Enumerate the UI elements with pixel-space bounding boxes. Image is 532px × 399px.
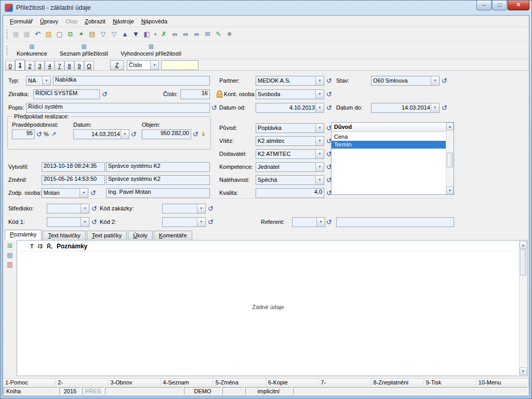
fkey-10[interactable]: 10-Menu — [476, 379, 529, 387]
toolbar-grip[interactable] — [5, 46, 8, 55]
typ-combo[interactable]: NA ▼ — [26, 76, 51, 86]
scroll-up-icon[interactable]: ▲ — [520, 241, 527, 249]
search-next-icon[interactable]: ∞ — [180, 29, 191, 39]
open-folder-icon[interactable]: ▧ — [43, 29, 54, 39]
referent-combo[interactable]: ▼ — [292, 217, 325, 227]
revert-icon[interactable]: ↺ — [325, 217, 333, 227]
chevron-down-icon[interactable]: ▼ — [197, 204, 205, 213]
fkey-4[interactable]: 4-Seznam — [161, 379, 214, 387]
revert-icon[interactable]: ↺ — [325, 89, 333, 99]
chevron-down-icon[interactable]: ▼ — [315, 124, 324, 132]
book-icon[interactable]: ▤ — [87, 29, 98, 39]
fkey-7[interactable]: 7- — [318, 379, 371, 387]
record-tab-1[interactable]: 1 — [15, 60, 25, 71]
scroll-down-icon[interactable]: ▼ — [520, 367, 527, 375]
revert-icon[interactable]: ↺ — [90, 204, 98, 214]
datum-do-picker[interactable]: 14.03.2014 ▼ — [371, 103, 440, 113]
chevron-down-icon[interactable]: ▼ — [431, 103, 439, 112]
chevron-down-icon[interactable]: ▼ — [315, 103, 324, 112]
revert-icon[interactable]: ↺ — [130, 129, 138, 139]
lock-record-icon[interactable]: ✦ — [76, 29, 87, 39]
revert-icon[interactable]: ↺ — [207, 217, 215, 227]
chevron-down-icon[interactable]: ▼ — [315, 90, 324, 99]
fkey-8[interactable]: 8-Zneplatnění — [371, 379, 423, 387]
list-item-cena[interactable]: Cena — [331, 133, 446, 141]
tab-ukoly[interactable]: Úkoly — [128, 231, 153, 240]
maximize-button[interactable]: □ — [492, 1, 507, 10]
tab-poznamky[interactable]: Poznámky — [5, 230, 42, 240]
typ-name-field[interactable]: Nabídka — [53, 76, 210, 86]
kompetence-combo[interactable]: Jednatel ▼ — [256, 162, 324, 172]
menu-upravy[interactable]: Úpravy — [36, 17, 62, 26]
predpoklad-datum-picker[interactable]: 14.03.2014 ▼ — [73, 129, 129, 139]
revert-icon[interactable]: ↺ — [192, 129, 200, 139]
next-record-icon[interactable]: ▼ — [130, 29, 141, 39]
puvod-combo[interactable]: Poptávka ▼ — [256, 123, 324, 133]
revert-icon[interactable]: ↺ — [210, 103, 218, 113]
z-button[interactable]: Z — [110, 60, 124, 70]
record-tab-2[interactable]: 2 — [25, 61, 35, 71]
notes-scrollbar[interactable]: ▲ ▼ — [519, 241, 527, 375]
vitez-combo[interactable]: K2 atmitec ▼ — [256, 136, 324, 146]
tab-komentare[interactable]: Komentáře — [154, 231, 192, 240]
pravdepodobnost-field[interactable]: 95 — [12, 129, 35, 139]
export-icon[interactable]: ✗ — [158, 29, 169, 39]
record-tab-3[interactable]: 3 — [35, 61, 45, 71]
toolbar-grip[interactable] — [5, 30, 8, 39]
scroll-up-icon[interactable]: ▲ — [446, 123, 454, 130]
kont-osoba-combo[interactable]: Svoboda ▼ — [256, 89, 324, 99]
tab-text-paticky[interactable]: Text patičky — [87, 231, 127, 240]
dodavatel-combo[interactable]: K2 ATMITEC ▼ — [256, 149, 324, 159]
new-record-icon[interactable]: ▢ — [54, 29, 65, 39]
revert-icon[interactable]: ↺ — [89, 188, 97, 198]
revert-icon[interactable]: ↺ — [441, 103, 448, 113]
chevron-down-icon[interactable]: ▼ — [81, 204, 89, 213]
datum-od-picker[interactable]: 4.10.2013 ▼ — [256, 103, 324, 113]
insert-note-icon[interactable]: ⊞ — [5, 242, 15, 250]
chevron-down-icon[interactable]: ▼ — [81, 218, 89, 227]
chevron-down-icon[interactable]: ▼ — [315, 150, 324, 158]
format-menu-arrow-icon[interactable]: ▾ — [152, 29, 158, 39]
nalehavost-combo[interactable]: Spěchá ▼ — [256, 175, 324, 185]
revert-icon[interactable]: ↺ — [325, 76, 333, 86]
duvod-scrollbar[interactable]: ▲ ▼ — [446, 123, 454, 194]
cislo-field[interactable]: 16 — [180, 89, 210, 99]
menu-formular[interactable]: Formulář — [6, 17, 36, 26]
menu-zobrazit[interactable]: Zobrazit — [81, 17, 109, 26]
stav-combo[interactable]: O60 Smlouva ▼ — [371, 76, 440, 86]
menu-nastroje[interactable]: Nástroje — [109, 17, 138, 26]
scrollbar-thumb[interactable] — [447, 153, 453, 167]
search-field-selector[interactable]: Číslo ▼ — [127, 60, 159, 70]
kvalita-field[interactable]: 4,0 — [256, 188, 324, 198]
list-item-termin-selected[interactable]: Termín — [331, 141, 446, 149]
chevron-down-icon[interactable]: ▼ — [79, 189, 88, 197]
seznam-prilezitosti-button[interactable]: ⊞ Seznam příležitostí — [54, 42, 114, 58]
filter-edit-icon[interactable]: ▽ — [109, 29, 119, 39]
mail-icon[interactable]: ✉ — [202, 29, 213, 39]
format-icon[interactable]: ◧ — [141, 29, 152, 39]
zodp-osoba-name-field[interactable]: Ing. Pavel Motan — [106, 188, 210, 198]
currency-tool-icon[interactable]: ⇓ — [200, 129, 207, 139]
search-select-icon[interactable]: ∞ — [191, 29, 202, 39]
list-icon[interactable]: ≡ — [224, 29, 235, 39]
fkey-3[interactable]: 3-Obnov — [108, 379, 161, 387]
record-tab-o[interactable]: O — [84, 61, 94, 71]
zodp-osoba-combo[interactable]: Motan ▼ — [42, 188, 88, 198]
chevron-down-icon[interactable]: ▼ — [315, 163, 324, 171]
chevron-down-icon[interactable]: ▼ — [150, 61, 158, 70]
kod2-combo[interactable]: ▼ — [162, 217, 206, 227]
note-text-icon[interactable]: ▤ — [5, 251, 15, 260]
chevron-down-icon[interactable]: ▼ — [121, 130, 129, 139]
chevron-down-icon[interactable]: ▼ — [315, 176, 324, 184]
partner-combo[interactable]: MEDOK A.S. ▼ — [256, 76, 324, 86]
konkurence-button[interactable]: ⊞ Konkurence — [11, 42, 53, 58]
copy-record-icon[interactable]: ⧉ — [65, 29, 76, 39]
minimize-button[interactable]: – — [476, 1, 491, 10]
revert-icon[interactable]: ↺ — [325, 103, 333, 113]
revert-icon[interactable]: ↺ — [441, 76, 448, 86]
duvod-header[interactable]: Důvod — [331, 123, 446, 132]
chevron-down-icon[interactable]: ▼ — [315, 137, 324, 145]
quick-search-input[interactable] — [161, 60, 198, 70]
tab-text-hlavicky[interactable]: Text hlavičky — [43, 231, 85, 240]
record-tab-9[interactable]: 9 — [74, 61, 84, 71]
